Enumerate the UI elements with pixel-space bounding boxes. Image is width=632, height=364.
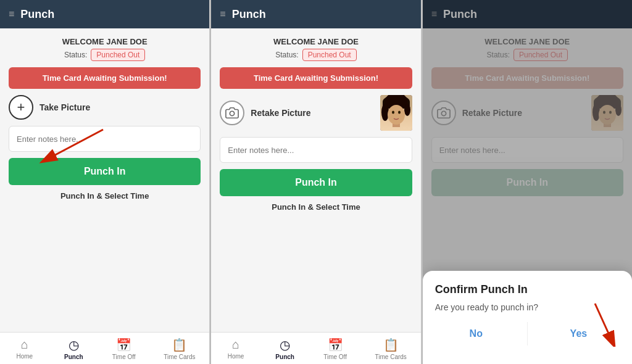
nav-timeoff-2[interactable]: 📅 Time Off: [318, 336, 352, 362]
svg-point-4: [381, 104, 389, 121]
nav-timeoff-label-2: Time Off: [323, 354, 347, 360]
retake-picture-btn-2[interactable]: [220, 101, 244, 125]
picture-label-2: Retake Picture: [251, 108, 310, 118]
nav-timecards-label-1: Time Cards: [164, 354, 195, 360]
header-1: ≡ Punch: [0, 0, 209, 28]
screen-3: ≡ Punch WELCOME JANE DOE Status: Punched…: [423, 0, 632, 364]
alert-banner-1[interactable]: Time Card Awaiting Submission!: [9, 67, 201, 89]
photo-face-2: [380, 95, 412, 131]
timeoff-icon-2: 📅: [328, 337, 343, 352]
confirm-punch-in-modal: Confirm Punch In Are you ready to punch …: [423, 271, 632, 364]
modal-message: Are you ready to punch in?: [435, 302, 620, 312]
alert-banner-2[interactable]: Time Card Awaiting Submission!: [220, 67, 412, 89]
welcome-section-2: WELCOME JANE DOE Status: Punched Out: [220, 37, 412, 61]
timeoff-icon-1: 📅: [116, 337, 131, 352]
punch-select-2[interactable]: Punch In & Select Time: [220, 202, 412, 212]
bottom-nav-2: ⌂ Home ◷ Punch 📅 Time Off 📋 Time Cards: [211, 332, 420, 364]
punch-in-btn-2[interactable]: Punch In: [220, 169, 412, 196]
nav-timecards-label-2: Time Cards: [375, 354, 407, 360]
content-2: WELCOME JANE DOE Status: Punched Out Tim…: [211, 28, 420, 332]
status-row-2: Status: Punched Out: [220, 49, 412, 61]
modal-yes-btn[interactable]: Yes: [538, 322, 620, 345]
timecards-icon-2: 📋: [383, 337, 399, 352]
screen-1: ≡ Punch WELCOME JANE DOE Status: Punched…: [0, 0, 210, 364]
nav-timecards-2[interactable]: 📋 Time Cards: [370, 336, 412, 362]
nav-punch-label-1: Punch: [64, 354, 83, 360]
timecards-icon-1: 📋: [172, 337, 187, 352]
content-1: WELCOME JANE DOE Status: Punched Out Tim…: [0, 28, 209, 332]
camera-icon-2: [225, 106, 239, 120]
status-badge-2: Punched Out: [302, 49, 357, 61]
welcome-name-1: WELCOME JANE DOE: [9, 37, 201, 46]
header-2: ≡ Punch: [211, 0, 420, 28]
header-title-1: Punch: [20, 8, 54, 21]
header-title-2: Punch: [232, 8, 266, 21]
welcome-name-2: WELCOME JANE DOE: [220, 37, 412, 46]
status-badge-1: Punched Out: [91, 49, 145, 61]
modal-overlay: Confirm Punch In Are you ready to punch …: [423, 0, 632, 364]
modal-title: Confirm Punch In: [435, 283, 620, 296]
picture-row-1: + Take Picture: [9, 95, 201, 120]
photo-thumbnail-2: [380, 95, 412, 131]
notes-input-2[interactable]: [220, 137, 412, 163]
nav-home-label-1: Home: [16, 353, 33, 360]
svg-point-2: [230, 111, 235, 115]
nav-home-label-2: Home: [228, 353, 244, 360]
nav-timecards-1[interactable]: 📋 Time Cards: [159, 336, 200, 362]
nav-timeoff-1[interactable]: 📅 Time Off: [107, 336, 141, 362]
punch-in-btn-1[interactable]: Punch In: [9, 158, 201, 185]
take-picture-btn-1[interactable]: +: [9, 95, 33, 120]
nav-punch-1[interactable]: ◷ Punch: [58, 336, 89, 362]
welcome-section-1: WELCOME JANE DOE Status: Punched Out: [9, 37, 201, 61]
picture-label-1: Take Picture: [40, 102, 90, 112]
home-icon-2: ⌂: [232, 337, 239, 352]
nav-home-1[interactable]: ⌂ Home: [9, 336, 40, 362]
screen-2: ≡ Punch WELCOME JANE DOE Status: Punched…: [211, 0, 421, 364]
home-icon-1: ⌂: [21, 337, 28, 352]
bottom-nav-1: ⌂ Home ◷ Punch 📅 Time Off 📋 Time Cards: [0, 332, 209, 364]
modal-divider: [527, 322, 528, 345]
nav-home-2[interactable]: ⌂ Home: [220, 336, 251, 362]
svg-point-5: [404, 104, 410, 116]
menu-icon-1[interactable]: ≡: [9, 9, 14, 20]
menu-icon-2[interactable]: ≡: [220, 9, 225, 20]
status-label-1: Status:: [64, 51, 87, 59]
svg-point-7: [388, 105, 405, 125]
modal-buttons: No Yes: [435, 322, 620, 345]
nav-punch-2[interactable]: ◷ Punch: [270, 336, 301, 362]
plus-icon: +: [17, 101, 25, 114]
svg-point-9: [398, 111, 401, 114]
punch-select-1[interactable]: Punch In & Select Time: [9, 191, 201, 201]
notes-input-1[interactable]: [9, 126, 201, 152]
picture-row-2: Retake Picture: [220, 95, 412, 131]
nav-punch-label-2: Punch: [275, 354, 294, 360]
nav-timeoff-label-1: Time Off: [112, 354, 136, 360]
status-row-1: Status: Punched Out: [9, 49, 201, 61]
punch-icon-2: ◷: [280, 337, 290, 352]
modal-no-btn[interactable]: No: [435, 322, 517, 345]
punch-icon-1: ◷: [69, 337, 79, 352]
svg-point-8: [392, 111, 394, 114]
status-label-2: Status:: [275, 51, 298, 59]
